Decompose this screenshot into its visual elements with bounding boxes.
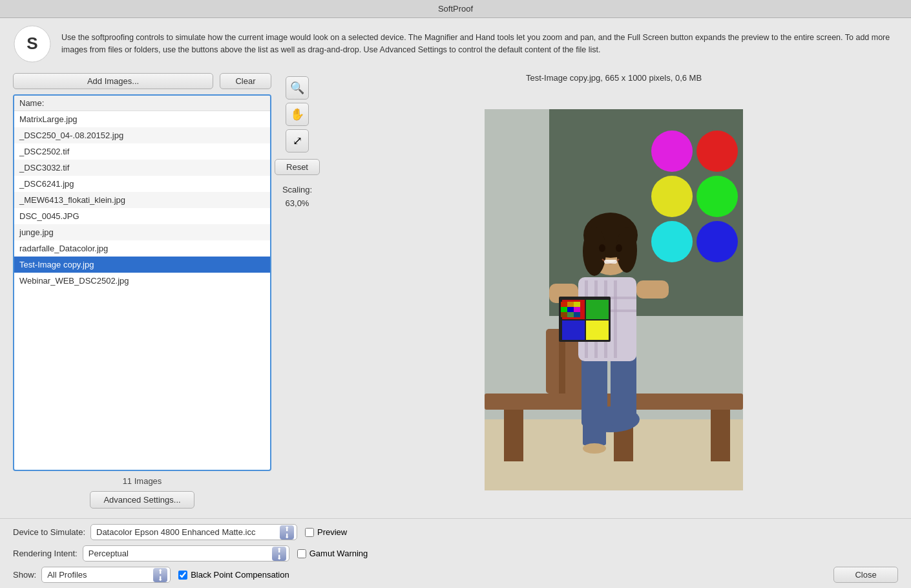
file-item[interactable]: Test-Image copy.jpg [14, 257, 270, 273]
image-count: 11 Images [13, 471, 271, 491]
preview-label[interactable]: Preview [317, 527, 347, 537]
file-item[interactable]: radarfalle_Datacolor.jpg [14, 240, 270, 257]
magnifier-tool-button[interactable]: 🔍 [286, 76, 309, 100]
bottom-row3: Show: All Profiles Selected Profile Cust… [13, 567, 898, 583]
file-item[interactable]: _DSC3032.tif [14, 160, 270, 176]
right-panel: Test-Image copy.jpg, 665 x 1000 pixels, … [323, 70, 898, 512]
svg-rect-38 [561, 302, 567, 307]
rendering-select-wrapper: Perceptual Relative Colorimetric Saturat… [83, 545, 289, 562]
close-button[interactable]: Close [833, 567, 898, 583]
file-item[interactable]: junge.jpg [14, 224, 270, 240]
device-group: Device to Simulate: Datacolor Epson 4800… [13, 524, 297, 540]
show-label: Show: [13, 570, 36, 580]
scaling-info: Scaling: 63,0% [282, 184, 312, 211]
scaling-value: 63,0% [282, 197, 312, 211]
device-label: Device to Simulate: [13, 527, 85, 537]
add-images-button[interactable]: Add Images... [13, 73, 213, 89]
svg-point-16 [583, 443, 606, 454]
bottom-row2: Rendering Intent: Perceptual Relative Co… [13, 545, 898, 562]
svg-rect-42 [567, 307, 574, 312]
black-point-checkbox[interactable] [178, 571, 187, 580]
bottom-controls: Device to Simulate: Datacolor Epson 4800… [0, 518, 911, 588]
show-select-wrapper: All Profiles Selected Profile Custom ⬆⬇ [41, 567, 171, 583]
svg-rect-37 [586, 320, 609, 340]
svg-rect-44 [561, 312, 567, 317]
rendering-select[interactable]: Perceptual Relative Colorimetric Saturat… [83, 545, 289, 562]
preview-checkbox[interactable] [305, 528, 314, 537]
file-list: MatrixLarge.jpg_DSC250_04-.08.20152.jpg_… [14, 111, 270, 470]
bottom-bar: Device to Simulate: Datacolor Epson 4800… [13, 524, 898, 583]
bottom-row1: Device to Simulate: Datacolor Epson 4800… [13, 524, 898, 540]
image-preview [330, 88, 898, 512]
preview-group: Preview [305, 527, 347, 537]
content-area: Add Images... Clear Name: MatrixLarge.jp… [0, 70, 911, 518]
file-item[interactable]: MatrixLarge.jpg [14, 111, 270, 127]
svg-point-50 [696, 176, 738, 217]
svg-rect-41 [561, 307, 567, 312]
clear-button[interactable]: Clear [220, 73, 271, 89]
svg-rect-14 [611, 355, 636, 426]
file-list-container: Name: MatrixLarge.jpg_DSC250_04-.08.2015… [13, 94, 271, 471]
svg-point-47 [651, 131, 693, 172]
hand-tool-button[interactable]: ✋ [286, 103, 309, 126]
svg-rect-6 [504, 410, 523, 461]
gamut-checkbox[interactable] [297, 549, 306, 558]
show-group: Show: All Profiles Selected Profile Cust… [13, 567, 171, 583]
device-select[interactable]: Datacolor Epson 4800 Enhanced Matte.icc [90, 524, 297, 540]
file-item[interactable]: Webinar_WEB_DSC2502.jpg [14, 273, 270, 289]
file-item[interactable]: _DSC6241.jpg [14, 176, 270, 192]
svg-rect-30 [604, 260, 617, 264]
gamut-group: Gamut Warning [297, 549, 368, 558]
file-item[interactable]: _MEW6413_flokati_klein.jpg [14, 192, 270, 208]
preview-svg [485, 109, 743, 490]
app-title: SoftProof [438, 4, 473, 14]
file-list-header: Name: [14, 96, 270, 111]
svg-point-49 [651, 176, 693, 217]
description-text: Use the softproofing controls to simulat… [61, 32, 898, 56]
left-panel: Add Images... Clear Name: MatrixLarge.jp… [13, 70, 271, 512]
svg-rect-8 [711, 410, 730, 461]
svg-point-51 [651, 221, 693, 262]
reset-button[interactable]: Reset [275, 159, 320, 175]
svg-rect-10 [559, 335, 565, 394]
rendering-group: Rendering Intent: Perceptual Relative Co… [13, 545, 289, 562]
title-bar: SoftProof [0, 0, 911, 18]
advanced-settings-button[interactable]: Advanced Settings... [90, 491, 194, 509]
preview-canvas [485, 109, 743, 490]
file-item[interactable]: _DSC250_04-.08.20152.jpg [14, 127, 270, 143]
rendering-label: Rendering Intent: [13, 549, 78, 558]
hand-icon: ✋ [290, 107, 304, 121]
app-logo: S [13, 25, 52, 63]
svg-rect-21 [614, 280, 617, 358]
svg-rect-45 [567, 312, 574, 317]
file-item[interactable]: DSC_0045.JPG [14, 208, 270, 224]
svg-point-28 [599, 244, 605, 252]
button-row: Add Images... Clear [13, 70, 271, 89]
svg-rect-35 [586, 300, 609, 319]
black-point-label[interactable]: Black Point Compensation [191, 570, 289, 580]
svg-rect-43 [574, 307, 580, 312]
gamut-label[interactable]: Gamut Warning [309, 549, 368, 558]
scaling-label: Scaling: [282, 184, 312, 197]
svg-rect-40 [574, 302, 580, 307]
svg-point-52 [696, 221, 738, 262]
svg-rect-15 [583, 413, 606, 445]
magnifier-icon: 🔍 [290, 81, 304, 95]
black-point-group: Black Point Compensation [178, 570, 289, 580]
show-select[interactable]: All Profiles Selected Profile Custom [41, 567, 171, 583]
svg-point-48 [696, 131, 738, 172]
svg-rect-46 [574, 312, 580, 317]
middle-toolbar: 🔍 ✋ ⤢ Reset Scaling: 63,0% [271, 70, 323, 512]
file-item[interactable]: _DSC2502.tif [14, 143, 270, 160]
svg-rect-39 [567, 302, 574, 307]
svg-text:S: S [26, 34, 37, 53]
fullscreen-icon: ⤢ [293, 134, 302, 148]
device-select-wrapper: Datacolor Epson 4800 Enhanced Matte.icc … [90, 524, 297, 540]
svg-point-29 [616, 244, 622, 252]
svg-rect-32 [636, 280, 669, 299]
fullscreen-button[interactable]: ⤢ [286, 129, 309, 152]
svg-rect-36 [562, 320, 585, 340]
description-area: S Use the softproofing controls to simul… [0, 18, 911, 70]
image-title: Test-Image copy.jpg, 665 x 1000 pixels, … [330, 70, 898, 88]
